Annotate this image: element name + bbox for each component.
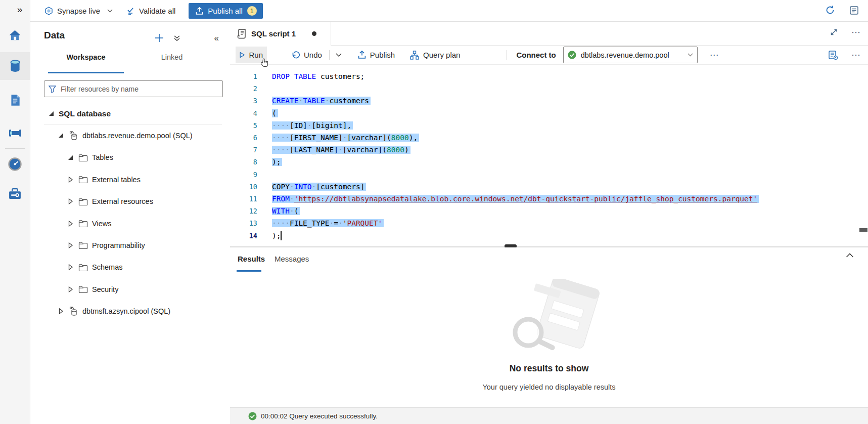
tab-title: SQL script 1 [251, 29, 296, 38]
tree-collapsed-icon[interactable] [67, 177, 73, 183]
code-line-7[interactable]: 7····[LAST_NAME]·[varchar](8000) [230, 144, 410, 156]
tree-item-dbtmsft-azsyn-cipool-sql[interactable]: dbtmsft.azsyn.cipool (SQL) [30, 301, 257, 322]
line-number: 7 [230, 146, 257, 154]
undo-icon [291, 51, 300, 59]
tab-sql-script[interactable]: SQL script 1 [230, 22, 331, 46]
filter-box [44, 80, 223, 97]
editor-scrollbar-thumb[interactable] [859, 228, 867, 232]
validate-all-button[interactable]: Validate all [126, 7, 175, 15]
tree-item-label: SQL database [59, 109, 111, 118]
folder-icon [78, 154, 88, 161]
script-settings-icon[interactable] [828, 50, 838, 60]
tree-expanded-icon[interactable] [58, 133, 64, 138]
tree-collapsed-icon[interactable] [67, 286, 73, 292]
code-text: CREATE·TABLE·customers [272, 97, 371, 105]
tab-messages[interactable]: Messages [275, 255, 309, 263]
tree-item-label: Tables [92, 153, 113, 161]
panel-title: Data [44, 30, 65, 41]
folder-icon [78, 176, 88, 183]
toolbar-more-icon[interactable]: ⋯ [851, 53, 861, 58]
code-line-8[interactable]: 8); [230, 156, 282, 168]
line-number: 2 [230, 84, 257, 93]
line-number: 1 [230, 72, 257, 80]
chevron-down-icon [688, 53, 693, 57]
properties-icon[interactable] [849, 6, 859, 15]
code-line-1[interactable]: 1DROP TABLE customers; [230, 70, 364, 82]
tab-results[interactable]: Results [238, 255, 265, 263]
code-line-10[interactable]: 10COPY·INTO·[customers] [230, 181, 366, 193]
code-area[interactable]: 1DROP TABLE customers;23CREATE·TABLE·cus… [230, 64, 868, 246]
add-resource-icon[interactable] [153, 32, 165, 44]
line-number: 13 [230, 219, 257, 227]
tree-item-label: Schemas [92, 263, 122, 271]
tab-workspace[interactable]: Workspace [45, 53, 126, 61]
sidebar-item-integrate[interactable] [0, 120, 30, 146]
tree-collapsed-icon[interactable] [67, 264, 73, 270]
toolbar-separator [507, 50, 507, 60]
refresh-icon[interactable] [825, 5, 835, 15]
publish-up-icon [358, 51, 366, 59]
sidebar-item-monitor[interactable] [0, 151, 30, 177]
line-number: 4 [230, 109, 257, 117]
collapse-all-icon[interactable] [172, 34, 181, 43]
code-line-11[interactable]: 11FROM·'https://dbtlabsynapsedatalake.bl… [230, 193, 759, 205]
sidebar-item-data[interactable] [0, 52, 30, 80]
code-line-14[interactable]: 14); [230, 230, 282, 242]
tree-item-label: External resources [92, 197, 153, 205]
sidebar-item-develop[interactable] [0, 87, 30, 113]
code-line-12[interactable]: 12WITH·( [230, 205, 300, 217]
nav-divider [5, 148, 25, 149]
nav-expand-button[interactable]: » [12, 3, 27, 16]
code-line-6[interactable]: 6····[FIRST_NAME]·[varchar](8000), [230, 132, 419, 144]
publish-all-button[interactable]: Publish all 1 [189, 3, 262, 19]
success-check-icon [248, 412, 257, 420]
validate-icon [126, 7, 135, 15]
tree-expanded-icon[interactable] [67, 155, 73, 160]
code-text: FROM·'https://dbtlabsynapsedatalake.blob… [272, 195, 759, 203]
run-options-chevron-icon[interactable] [333, 53, 345, 57]
tab-more-actions-icon[interactable]: ⋯ [851, 30, 861, 35]
results-divider [230, 276, 868, 276]
mode-selector[interactable]: Synapse live [44, 7, 113, 15]
code-text: ····[ID]·[bigint], [272, 121, 353, 130]
tree-collapsed-icon[interactable] [67, 242, 73, 248]
line-number: 6 [230, 134, 257, 142]
folder-icon [78, 264, 88, 271]
tree-item-sql-database[interactable]: SQL database2 [30, 103, 248, 124]
expand-editor-icon[interactable] [830, 28, 838, 36]
tree-collapsed-icon[interactable] [58, 308, 64, 314]
tree-expanded-icon[interactable] [48, 111, 54, 116]
connect-more-icon[interactable]: ⋯ [710, 53, 719, 58]
code-text: ); [272, 158, 282, 166]
pool-name: dbtlabs.revenue.demo.pool [581, 51, 683, 59]
query-plan-button[interactable]: Query plan [406, 47, 464, 63]
pool-selector[interactable]: dbtlabs.revenue.demo.pool [563, 47, 698, 63]
synapse-live-icon [44, 7, 53, 15]
gauge-icon [8, 157, 22, 171]
code-line-5[interactable]: 5····[ID]·[bigint], [230, 119, 353, 132]
tab-linked[interactable]: Linked [131, 53, 212, 61]
publish-all-label: Publish all [208, 7, 242, 15]
publish-button[interactable]: Publish [354, 47, 399, 63]
code-line-3[interactable]: 3CREATE·TABLE·customers [230, 95, 371, 107]
code-line-13[interactable]: 13····FILE_TYPE·=·'PARQUET' [230, 217, 384, 229]
home-icon [8, 29, 22, 42]
tree-collapsed-icon[interactable] [67, 221, 73, 227]
line-number: 11 [230, 195, 257, 203]
undo-button[interactable]: Undo [287, 47, 326, 63]
tree-item-label: External tables [92, 176, 141, 184]
collapse-panel-icon[interactable]: « [213, 32, 220, 45]
code-text: COPY·INTO·[customers] [272, 183, 366, 191]
run-icon [240, 51, 245, 59]
tree-collapsed-icon[interactable] [67, 198, 73, 204]
code-line-9[interactable]: 9 [230, 168, 277, 181]
collapse-results-chevron-icon[interactable] [846, 252, 854, 258]
toolbar-separator [329, 50, 330, 60]
sidebar-item-home[interactable] [0, 22, 30, 49]
filter-input[interactable] [60, 84, 218, 94]
code-line-2[interactable]: 2 [230, 82, 272, 95]
sidebar-item-manage[interactable] [0, 180, 30, 206]
editor-toolbar: Run Undo Publish Query plan Connect to d… [230, 46, 868, 65]
tree-item-dbtlabs-revenue-demo-pool-sql[interactable]: dbtlabs.revenue.demo.pool (SQL) [30, 124, 257, 146]
code-line-4[interactable]: 4( [230, 107, 278, 119]
